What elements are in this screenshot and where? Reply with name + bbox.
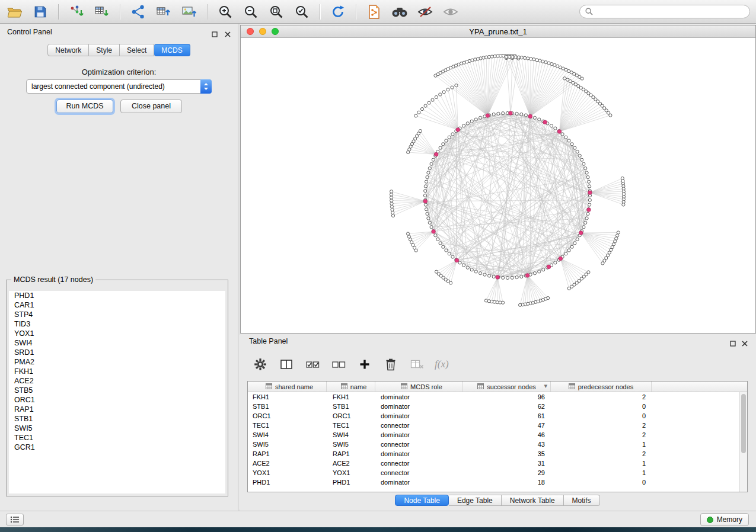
- apply-layout-button[interactable]: [329, 3, 347, 21]
- mcds-result-box: MCDS result (17 nodes) PHD1CAR1STP4TID3Y…: [6, 275, 228, 496]
- mcds-result-item[interactable]: STP4: [9, 310, 225, 319]
- export-table-icon: [156, 4, 171, 20]
- mcds-result-item[interactable]: RAP1: [9, 405, 225, 414]
- mcds-result-item[interactable]: GCR1: [9, 443, 225, 452]
- float-table-panel-icon[interactable]: [730, 338, 736, 349]
- export-table-button[interactable]: [155, 3, 173, 21]
- table-row[interactable]: YOX1YOX1connector291: [248, 468, 747, 477]
- memory-label: Memory: [717, 515, 742, 524]
- tab-network-table[interactable]: Network Table: [502, 495, 564, 506]
- save-session-button[interactable]: [31, 3, 49, 21]
- search-network-button[interactable]: [391, 3, 409, 21]
- zoom-fit-button[interactable]: [267, 3, 285, 21]
- toolbar-separator: [320, 4, 320, 20]
- table-settings-button[interactable]: [252, 356, 269, 373]
- zoom-selected-button[interactable]: [293, 3, 311, 21]
- mcds-result-item[interactable]: PMA2: [9, 357, 225, 367]
- function-builder-button[interactable]: f(x): [435, 358, 449, 370]
- network-view-window: YPA_prune.txt_1: [240, 25, 756, 334]
- float-panel-icon[interactable]: [212, 29, 218, 40]
- delete-table-button[interactable]: [409, 356, 425, 373]
- column-header-predecessor-nodes[interactable]: predecessor nodes: [551, 382, 652, 392]
- tab-edge-table[interactable]: Edge Table: [449, 495, 502, 506]
- search-input[interactable]: [596, 7, 744, 17]
- table-cell: dominator: [375, 393, 463, 400]
- mcds-result-item[interactable]: SRD1: [9, 348, 225, 357]
- tab-network[interactable]: Network: [47, 44, 89, 56]
- show-hidden-button[interactable]: [442, 3, 460, 21]
- mcds-result-item[interactable]: YOX1: [9, 329, 225, 338]
- mcds-result-item[interactable]: ORC1: [9, 395, 225, 405]
- table-scrollbar[interactable]: [739, 392, 747, 492]
- export-image-button[interactable]: [180, 3, 198, 21]
- table-cell: dominator: [375, 431, 463, 438]
- select-all-button[interactable]: [304, 356, 321, 373]
- table-row[interactable]: ACE2ACE2connector311: [248, 459, 747, 468]
- toolbar-separator: [207, 4, 208, 20]
- node-table-body: FKH1FKH1dominator962STB1STB1dominator620…: [248, 392, 747, 487]
- mcds-result-item[interactable]: CAR1: [9, 300, 225, 310]
- close-panel-button[interactable]: Close panel: [120, 100, 182, 113]
- table-row[interactable]: TEC1TEC1connector472: [248, 421, 747, 430]
- delete-column-button[interactable]: [382, 356, 399, 373]
- mcds-result-item[interactable]: SWI4: [9, 338, 225, 348]
- table-cell: 2: [551, 431, 652, 438]
- task-history-button[interactable]: [6, 514, 24, 525]
- column-header-successor-nodes[interactable]: successor nodes▾: [463, 382, 551, 392]
- network-title-bar[interactable]: YPA_prune.txt_1: [241, 25, 755, 38]
- mcds-result-item[interactable]: PHD1: [9, 291, 225, 300]
- close-table-panel-icon[interactable]: [742, 338, 748, 349]
- mcds-result-item[interactable]: SWI5: [9, 424, 225, 433]
- deselect-all-button[interactable]: [330, 356, 347, 373]
- tab-select[interactable]: Select: [120, 44, 154, 56]
- table-row[interactable]: SWI5SWI5connector431: [248, 440, 747, 449]
- table-cell: RAP1: [248, 450, 327, 457]
- table-cell: 0: [551, 412, 652, 419]
- table-row[interactable]: FKH1FKH1dominator962: [248, 392, 747, 402]
- table-row[interactable]: ORC1ORC1dominator610: [248, 411, 747, 421]
- table-cell: YOX1: [327, 469, 375, 476]
- table-row[interactable]: RAP1RAP1dominator352: [248, 449, 747, 459]
- table-row[interactable]: STB1STB1dominator620: [248, 402, 747, 411]
- mcds-result-item[interactable]: STB5: [9, 386, 225, 395]
- mcds-result-item[interactable]: FKH1: [9, 367, 225, 376]
- search-box[interactable]: [579, 5, 750, 18]
- import-network-button[interactable]: [68, 3, 85, 21]
- table-toolbar: f(x): [252, 354, 449, 375]
- table-cell: FKH1: [327, 393, 375, 400]
- column-header-shared-name[interactable]: shared name: [248, 382, 327, 392]
- column-header-name[interactable]: name: [327, 382, 375, 392]
- column-header-MCDS-role[interactable]: MCDS role: [375, 382, 463, 392]
- hide-selected-button[interactable]: [416, 3, 434, 21]
- close-panel-icon[interactable]: [225, 29, 231, 40]
- tab-motifs[interactable]: Motifs: [564, 495, 600, 506]
- export-network-button[interactable]: [129, 3, 147, 21]
- open-session-button[interactable]: [6, 3, 24, 21]
- mcds-result-item[interactable]: STB1: [9, 414, 225, 424]
- tab-node-table[interactable]: Node Table: [395, 495, 449, 506]
- add-column-button[interactable]: [356, 356, 373, 373]
- zoom-out-button[interactable]: [242, 3, 260, 21]
- memory-button[interactable]: Memory: [700, 513, 749, 526]
- memory-status-icon: [707, 517, 713, 523]
- table-row[interactable]: SWI4SWI4dominator462: [248, 430, 747, 440]
- tab-mcds[interactable]: MCDS: [154, 44, 190, 56]
- table-cell: dominator: [375, 450, 463, 457]
- node-table-header: shared namenameMCDS rolesuccessor nodes▾…: [248, 382, 747, 392]
- network-canvas[interactable]: [241, 38, 755, 333]
- run-mcds-button[interactable]: Run MCDS: [56, 100, 113, 113]
- tab-style[interactable]: Style: [89, 44, 120, 56]
- criterion-dropdown[interactable]: largest connected component (undirected): [26, 79, 212, 94]
- table-row[interactable]: PHD1PHD1dominator180: [248, 477, 747, 487]
- columns-icon: [280, 359, 293, 370]
- sort-chevron-icon[interactable]: ▾: [544, 382, 547, 390]
- import-table-button[interactable]: [93, 3, 111, 21]
- share-document-button[interactable]: [365, 3, 383, 21]
- show-columns-button[interactable]: [278, 356, 295, 373]
- mcds-result-item[interactable]: TEC1: [9, 433, 225, 443]
- zoom-in-button[interactable]: [216, 3, 234, 21]
- mcds-result-item[interactable]: TID3: [9, 319, 225, 329]
- mcds-result-item[interactable]: ACE2: [9, 376, 225, 386]
- scrollbar-thumb[interactable]: [741, 394, 746, 453]
- refresh-icon: [330, 4, 346, 20]
